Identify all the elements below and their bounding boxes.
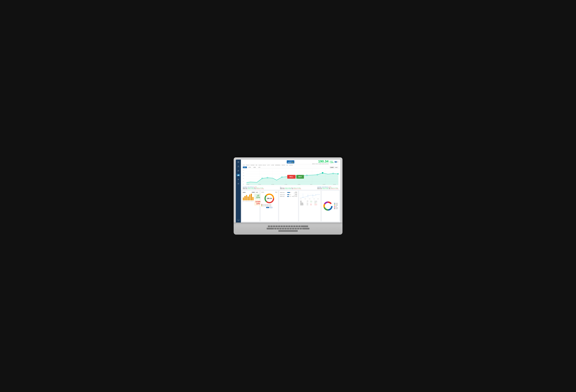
key [297, 228, 299, 229]
laptop-wrapper: N [234, 157, 343, 235]
donut-label-1: 10.16 % [335, 203, 338, 204]
tab-eth[interactable]: ETH [248, 166, 252, 168]
mini-chart-panel: 04:00 15:00 01:00 11:00 22:00 BTC ARD [299, 191, 321, 221]
tab-usd[interactable]: USD [253, 166, 257, 168]
period-month-btn[interactable]: month [330, 167, 334, 168]
y-label: Tue [243, 173, 246, 173]
mined-label: Mined Coins [243, 188, 248, 189]
market-bar-fill-1 [287, 192, 290, 193]
svg-point-25 [267, 177, 268, 178]
key [287, 228, 289, 229]
svg-rect-8 [238, 175, 239, 176]
buy-button[interactable]: BUY [296, 175, 304, 179]
sales-week-btn[interactable]: week [255, 192, 259, 193]
svg-point-30 [322, 172, 323, 174]
donut-legend: 10.16 % 13.44 % 12.65 % [334, 203, 338, 210]
lang-other-btn[interactable]: Ⅱ [337, 161, 338, 162]
svg-rect-2 [237, 163, 239, 163]
svg-rect-9 [239, 175, 239, 176]
legend-text-1: Lorem ipsum dolor sit amet [262, 204, 271, 205]
sales-period: month week [252, 192, 259, 193]
sidebar-users-icon[interactable] [237, 170, 240, 172]
mined-val-2: 34.00 (+4.12%) [285, 188, 291, 189]
sell-buy-overlay: SELL BUY [287, 175, 304, 179]
low-label-2: Low [291, 188, 293, 189]
mini-chart-container: 04:00 15:00 01:00 11:00 22:00 [300, 192, 320, 200]
svg-text:15:00: 15:00 [258, 184, 261, 185]
svg-text:22:00: 22:00 [317, 199, 319, 199]
screen-bezel: N [234, 157, 343, 222]
header: smart invest 24 190.34 199.31 +0.31 +0.0… [241, 160, 340, 164]
tab-btc[interactable]: BTC [243, 166, 247, 168]
donut-label-6: 14.81 % [335, 208, 338, 209]
sidebar-profile-icon[interactable] [237, 165, 240, 168]
mined-label-3: Mined Coins [317, 188, 322, 189]
svg-point-24 [261, 178, 263, 179]
sales-content: Mon Tue Wed Thu Fri Sat Sun [243, 194, 259, 206]
sidebar-menu-icon[interactable] [237, 161, 240, 163]
svg-rect-11 [237, 219, 239, 220]
logo-smart: smart [289, 161, 292, 161]
ticker-item: 18:01 [243, 165, 245, 166]
table-row: BTC ARD 9.6 ▲ 10.16 % [300, 201, 320, 202]
legend-dot-3 [261, 206, 262, 206]
y-axis: Mon Tue Wed Thu Fri Sat [243, 169, 246, 185]
sidebar-chart-icon[interactable] [237, 174, 240, 176]
higt-label-3: Higt [328, 187, 330, 188]
gauge-panel: Month Wed 190.34 [260, 191, 278, 221]
bar-label-mon: Mon [243, 201, 244, 202]
ticker-item: 1200.005 [289, 165, 293, 166]
gauge-btc-btn[interactable]: BTC [266, 207, 269, 208]
ticker-bar: 18:01 00:00.19 EUR/USD 90% 18:00:02 - 18… [241, 164, 340, 166]
market-bar-fill-2 [287, 194, 289, 195]
svg-rect-6 [237, 175, 238, 176]
stats-group-2: La... Market Cap 34.00 (+4.12%) Higt 4.8… [280, 186, 301, 189]
key [291, 225, 293, 227]
donut-legend-2: 13.44 % [334, 204, 338, 205]
mined-val: 34.00 (+4.12%) [248, 188, 254, 189]
svg-point-53 [313, 195, 313, 196]
last-trade-3: Last Trade : 19:01 (*$144.41) -0.44% [317, 186, 338, 187]
sales-title: Sales [243, 192, 246, 193]
bar-label-thu: Thu [248, 201, 249, 202]
mined-row-3: Mined Coins 34.00 (+4.12%) Low $1.421.33… [317, 188, 338, 189]
svg-point-32 [338, 173, 338, 175]
svg-point-52 [308, 196, 308, 196]
donut-label-4: 02 % [335, 206, 337, 207]
table-row: NAN/BTC 0.11 NaN 13.44 % [300, 204, 320, 205]
table-row: NXR/INC 0.11 02 % [300, 203, 320, 204]
coin-name: NAN/BTC [300, 204, 307, 205]
svg-rect-12 [238, 220, 239, 221]
sales-month-btn[interactable]: month [252, 192, 255, 193]
chart-period: month week [330, 167, 338, 168]
logo: smart invest 24 [287, 160, 294, 163]
sidebar-screen-icon[interactable] [237, 219, 240, 221]
y-label: Mon [243, 170, 246, 171]
donut-dot-5 [334, 207, 335, 208]
donut-label-2: 13.44 % [335, 204, 338, 205]
period-week-btn[interactable]: week [334, 167, 338, 168]
tab-ltc[interactable]: LTC [258, 166, 261, 168]
bar-labels: Mon Tue Wed Thu Fri Sat Sun [243, 201, 254, 202]
logo-24: 24 [292, 161, 293, 163]
sidebar-settings-icon[interactable] [237, 182, 240, 185]
stats-row: Last Trade : 19:01 (*$144.41) -0.44% Mar… [241, 186, 340, 190]
main-content: smart invest 24 190.34 199.31 +0.31 +0.0… [241, 160, 340, 222]
coin-col4: 13.44 % [314, 204, 320, 205]
higt-change: (+4.12%) [260, 187, 263, 188]
lang-en-btn[interactable]: EN [335, 161, 337, 162]
key [301, 225, 308, 227]
market-label-3: Market Cap [280, 196, 287, 197]
down-pct: 14% [256, 203, 261, 205]
market-bar-fill-3 [287, 196, 289, 197]
coin-name: PTC [300, 202, 307, 203]
price-change: +3.44 +1.88% [330, 161, 334, 163]
sell-button[interactable]: SELL [287, 175, 295, 179]
sidebar-n-icon[interactable]: N [237, 178, 240, 181]
gauge-usd-btn[interactable]: USD [269, 207, 272, 208]
low-label: Low [254, 188, 256, 189]
market-cap-val-2: 34.00 (+4.12%) [285, 187, 291, 188]
key [279, 228, 282, 229]
bar-mon [243, 197, 244, 200]
gauge-value: 190.34 [267, 197, 272, 199]
